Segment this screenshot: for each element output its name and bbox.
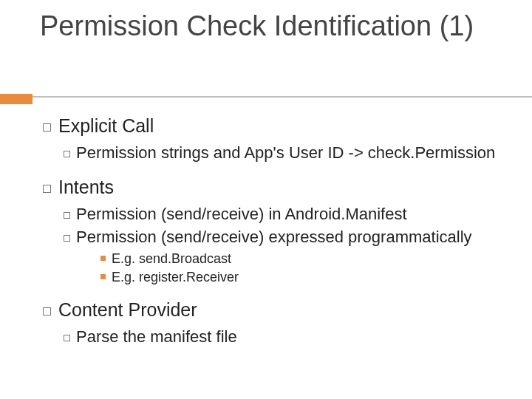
square-filled-icon <box>100 256 106 261</box>
bullet-level1: Explicit Call <box>43 115 501 137</box>
accent-block <box>0 94 33 104</box>
bullet-level1: Intents <box>43 177 501 198</box>
square-open-small-icon <box>64 335 70 341</box>
square-open-icon <box>43 185 51 193</box>
bullet-level3: E.g. register.Receiver <box>100 269 501 286</box>
bullet-text: E.g. register.Receiver <box>112 270 239 284</box>
slide-body: Explicit Call Permission strings and App… <box>43 115 501 361</box>
slide: Permission Check Identification (1) Expl… <box>0 10 532 399</box>
bullet-text: E.g. send.Broadcast <box>112 251 231 266</box>
bullet-level3: E.g. send.Broadcast <box>100 250 501 267</box>
square-open-small-icon <box>64 151 70 157</box>
square-filled-icon <box>100 274 106 279</box>
bullet-level2: Permission (send/receive) expressed prog… <box>64 227 501 248</box>
square-open-icon <box>43 123 51 132</box>
bullet-text: Permission strings and App's User ID -> … <box>76 143 495 162</box>
square-open-small-icon <box>64 235 70 242</box>
bullet-text: Explicit Call <box>58 115 154 136</box>
bullet-level2: Permission (send/receive) in Android.Man… <box>64 204 501 225</box>
title-underline <box>0 96 532 98</box>
bullet-text: Permission (send/receive) expressed prog… <box>76 228 472 246</box>
square-open-icon <box>43 307 51 316</box>
square-open-small-icon <box>64 212 70 219</box>
bullet-level2: Permission strings and App's User ID -> … <box>64 143 501 163</box>
bullet-level1: Content Provider <box>43 299 501 321</box>
bullet-text: Intents <box>58 177 114 197</box>
bullet-text: Parse the manifest file <box>76 327 237 346</box>
bullet-text: Content Provider <box>58 299 197 320</box>
bullet-level2: Parse the manifest file <box>64 327 501 347</box>
slide-title: Permission Check Identification (1) <box>40 10 498 43</box>
bullet-text: Permission (send/receive) in Android.Man… <box>76 205 407 223</box>
